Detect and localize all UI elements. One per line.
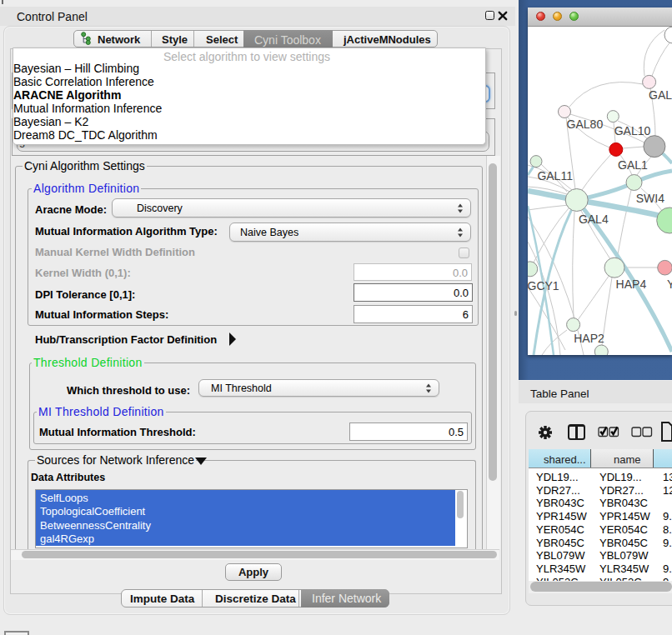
svg-text:HAP4: HAP4: [616, 278, 647, 291]
svg-text:GAL11: GAL11: [537, 169, 573, 182]
svg-text:HAP2: HAP2: [574, 332, 604, 345]
svg-text:GAL10: GAL10: [614, 124, 651, 138]
svg-text:Y: Y: [667, 278, 672, 291]
svg-text:GAL7: GAL7: [649, 88, 672, 102]
svg-text:GAL1: GAL1: [618, 158, 648, 172]
svg-text:GAL80: GAL80: [567, 118, 604, 131]
svg-text:SWI4: SWI4: [636, 192, 664, 205]
svg-text:GCY1: GCY1: [528, 279, 559, 292]
svg-text:GAL4: GAL4: [579, 212, 609, 226]
